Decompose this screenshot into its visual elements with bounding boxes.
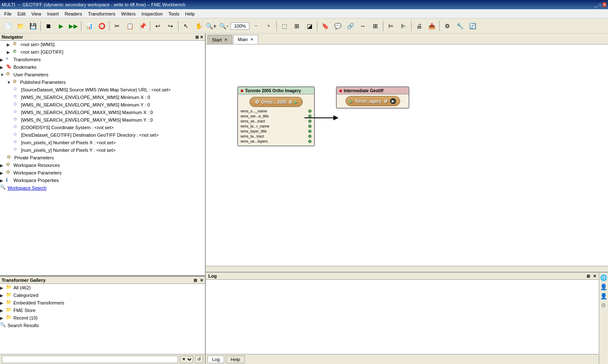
node-toronto-transformer[interactable]: ⚙ Ortho... 2005 ⚙ ▶ <box>249 97 303 107</box>
nav-item-workspace-params[interactable]: ▶ ⚙ Workspace Parameters <box>0 169 205 177</box>
align-left-button[interactable]: ⊨ <box>385 20 397 32</box>
open-button[interactable]: 📁 <box>14 20 26 32</box>
port-wms-service-title[interactable]: wms_ser...e_title <box>240 114 312 119</box>
log-expand-button[interactable]: ⊞ <box>587 274 590 278</box>
print-button[interactable]: 🖨 <box>413 20 425 32</box>
port-wms-la-tract[interactable]: wms_la...tract <box>240 134 312 139</box>
route-button[interactable]: ↔ <box>357 20 369 32</box>
node-toronto-close-icon[interactable]: ■ <box>241 88 244 93</box>
bookmark-button[interactable]: 🔖 <box>319 20 331 32</box>
menu-view[interactable]: View <box>29 10 44 17</box>
node-geotiff-transformer[interactable]: ▶ Toron...agery ⚙ ▶ <box>346 96 400 106</box>
nav-item-destdataset[interactable]: ⊙ [DestDataset_GEOTIFF] Destination GeoT… <box>0 131 205 139</box>
nav-item-user-params[interactable]: ▼ ⚙ User Parameters <box>0 71 205 78</box>
settings-button[interactable]: ⚙ <box>441 20 453 32</box>
zoom-plus-btn[interactable]: + <box>263 20 275 32</box>
title-controls[interactable]: _ □ ✕ <box>595 2 606 8</box>
tab-main[interactable]: Main ✕ <box>233 35 258 44</box>
node-toronto[interactable]: ■ Toronto 2005 Ortho Imagery ⚙ Ortho... … <box>237 86 315 146</box>
redo-button[interactable]: ↪ <box>165 20 176 32</box>
navigator-close-button[interactable]: ✕ <box>200 35 203 39</box>
run-button[interactable]: ▶ <box>55 20 67 32</box>
port-wms-layer-name[interactable]: wms_la...r_name <box>240 124 312 129</box>
nav-item-miny[interactable]: ⊙ [WMS_IN_SEARCH_ENVELOPE_MINY_WMS] Mini… <box>0 101 205 109</box>
port-wms-layer-title[interactable]: wms_layer_title <box>240 129 312 134</box>
connect-button[interactable]: 🔗 <box>344 20 356 32</box>
zoom-out-button[interactable]: 🔍- <box>218 20 230 32</box>
menu-readers[interactable]: Readers <box>62 10 85 17</box>
sidebar-icon-user1[interactable]: 👤 <box>600 283 607 290</box>
nav-item-coordsys[interactable]: ⊙ [COORDSYS] Coordinate System : <not se… <box>0 124 205 131</box>
new-button[interactable]: 📄 <box>2 20 13 32</box>
zoom-in-button[interactable]: 🔍+ <box>205 20 217 32</box>
pan-button[interactable]: ✋ <box>193 20 204 32</box>
close-button[interactable]: ✕ <box>603 2 606 7</box>
paste-button[interactable]: 📌 <box>136 20 148 32</box>
nav-item-workspace-search[interactable]: 🔍 Workspace Search <box>0 184 205 192</box>
nav-item-maxx[interactable]: ⊙ [WMS_IN_SEARCH_ENVELOPE_MAXX_WMS] Maxi… <box>0 109 205 116</box>
options-button[interactable]: 🔧 <box>454 20 466 32</box>
gallery-item-recent[interactable]: ▶ 📁 Recent (10) <box>0 314 205 322</box>
nav-item-workspace-resources[interactable]: ▶ ⚙ Workspace Resources <box>0 161 205 169</box>
reader-button[interactable]: ⭕ <box>96 20 107 32</box>
zoom-back-button[interactable]: ◪ <box>304 20 315 32</box>
export-button[interactable]: 📤 <box>426 20 438 32</box>
log-tab-log[interactable]: Log <box>207 356 224 363</box>
gallery-item-search-results[interactable]: 🔍 Search Results <box>0 322 205 329</box>
navigator-expand-button[interactable]: ⊞ <box>195 35 199 39</box>
menu-transformers[interactable]: Transformers <box>85 10 118 17</box>
nav-item-geotiff[interactable]: ▶ ⚙ <not set> [GEOTIFF] <box>0 48 205 56</box>
cut-button[interactable]: ✂ <box>111 20 123 32</box>
menu-writers[interactable]: Writers <box>118 10 138 17</box>
annotation-button[interactable]: 💬 <box>332 20 343 32</box>
gallery-item-fme-store[interactable]: ▶ 📁 FME Store <box>0 307 205 314</box>
log-close-button[interactable]: ✕ <box>593 274 596 278</box>
copy-button[interactable]: 📋 <box>124 20 136 32</box>
nav-item-private-params[interactable]: ⚙ Private Parameters <box>0 154 205 161</box>
menu-file[interactable]: File <box>2 10 14 17</box>
menu-tools[interactable]: Tools <box>166 10 182 17</box>
align-center-button[interactable]: ⊩ <box>398 20 409 32</box>
nav-item-num-pixels-x[interactable]: ⊙ [num_pixels_x] Number of Pixels X : <n… <box>0 139 205 146</box>
canvas-h-scroll[interactable] <box>206 266 608 272</box>
minimize-button[interactable]: _ <box>595 2 597 7</box>
nav-item-maxy[interactable]: ⊙ [WMS_IN_SEARCH_ENVELOPE_MAXY_WMS] Maxi… <box>0 116 205 124</box>
run-with-prompt-button[interactable]: ▶▶ <box>68 20 79 32</box>
search-input[interactable] <box>2 356 178 363</box>
log-tab-help[interactable]: Help <box>226 356 245 363</box>
nav-item-bookmarks[interactable]: ▶ 🔖 Bookmarks <box>0 63 205 71</box>
port-wms-name[interactable]: wms_s..._name <box>240 109 312 114</box>
maximize-button[interactable]: □ <box>598 2 601 7</box>
nav-item-wms[interactable]: ▶ ⚙ <not set> [WMS] <box>0 41 205 48</box>
menu-insert[interactable]: Insert <box>45 10 61 17</box>
search-refresh-button[interactable]: ↺ <box>195 356 203 363</box>
sidebar-icon-globe[interactable]: 🌐 <box>600 274 607 281</box>
nav-item-workspace-properties[interactable]: ▶ ℹ Workspace Properties <box>0 177 205 184</box>
search-dropdown[interactable]: ▼ <box>180 356 193 363</box>
nav-item-minx[interactable]: ⊙ [WMS_IN_SEARCH_ENVELOPE_MINX_WMS] Mini… <box>0 94 205 101</box>
save-button[interactable]: 💾 <box>27 20 39 32</box>
zoom-fit-button[interactable]: ⊞ <box>291 20 303 32</box>
node-geotiff-close-icon[interactable]: ■ <box>339 88 342 93</box>
undo-button[interactable]: ↩ <box>152 20 164 32</box>
select-button[interactable]: ↖ <box>180 20 192 32</box>
gallery-item-all[interactable]: ▶ 📁 All (462) <box>0 284 205 291</box>
sidebar-icon-gear2[interactable]: ⚙ <box>601 302 606 309</box>
grid-button[interactable]: ⊞ <box>370 20 381 32</box>
port-wms-se-tract[interactable]: wms_se...tract <box>240 119 312 124</box>
zoom-minus-btn[interactable]: − <box>250 20 262 32</box>
stop-button[interactable]: ⏹ <box>42 20 54 32</box>
nav-item-num-pixels-y[interactable]: ⊙ [num_pixels_y] Number of Pixels Y : <n… <box>0 146 205 154</box>
writer-button[interactable]: 📊 <box>83 20 95 32</box>
menu-inspection[interactable]: Inspection <box>139 10 165 17</box>
gallery-item-embedded[interactable]: ▶ 📁 Embedded Transformers <box>0 299 205 307</box>
canvas-area[interactable]: ■ Toronto 2005 Ortho Imagery ⚙ Ortho... … <box>206 44 608 266</box>
zoom-input[interactable] <box>231 22 249 30</box>
port-wms-se-layers[interactable]: wms_se...layers <box>240 139 312 144</box>
tab-start[interactable]: Start ✕ <box>207 35 232 44</box>
tab-start-close[interactable]: ✕ <box>224 38 228 42</box>
menu-edit[interactable]: Edit <box>15 10 28 17</box>
menu-help[interactable]: Help <box>183 10 197 17</box>
gallery-close-button[interactable]: ✕ <box>200 278 203 283</box>
node-geotiff[interactable]: ■ Intermediate Geotiff ▶ Toron...agery ⚙… <box>336 86 409 109</box>
